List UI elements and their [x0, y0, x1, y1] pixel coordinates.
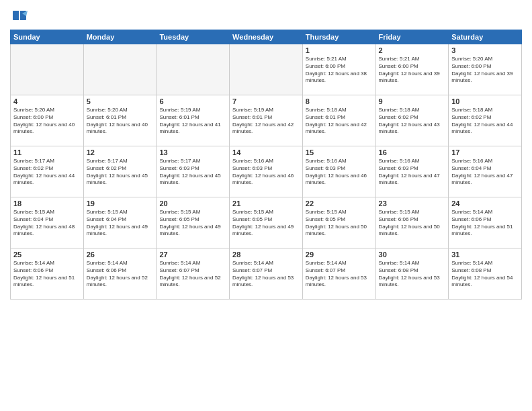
day-info: Sunrise: 5:15 AMSunset: 6:05 PMDaylight:…	[159, 209, 226, 238]
day-number: 7	[232, 97, 300, 105]
calendar-cell: 15Sunrise: 5:16 AMSunset: 6:03 PMDayligh…	[302, 146, 375, 197]
day-info: Sunrise: 5:20 AMSunset: 6:00 PMDaylight:…	[13, 107, 81, 136]
day-info: Sunrise: 5:16 AMSunset: 6:03 PMDaylight:…	[379, 158, 446, 187]
calendar-cell: 24Sunrise: 5:14 AMSunset: 6:06 PMDayligh…	[449, 197, 522, 248]
calendar-cell: 25Sunrise: 5:14 AMSunset: 6:06 PMDayligh…	[11, 248, 84, 300]
day-info: Sunrise: 5:21 AMSunset: 6:00 PMDaylight:…	[379, 56, 446, 85]
calendar-cell	[83, 44, 157, 95]
day-info: Sunrise: 5:15 AMSunset: 6:04 PMDaylight:…	[13, 209, 81, 238]
day-number: 17	[451, 148, 519, 156]
calendar-cell: 1Sunrise: 5:21 AMSunset: 6:00 PMDaylight…	[302, 44, 375, 95]
day-number: 28	[232, 250, 300, 259]
day-number: 1	[306, 46, 373, 54]
calendar-cell: 29Sunrise: 5:14 AMSunset: 6:07 PMDayligh…	[302, 248, 375, 300]
calendar-cell: 18Sunrise: 5:15 AMSunset: 6:04 PMDayligh…	[11, 197, 84, 248]
calendar-cell: 8Sunrise: 5:18 AMSunset: 6:01 PMDaylight…	[302, 95, 375, 146]
day-number: 18	[13, 199, 81, 208]
calendar-week-5: 25Sunrise: 5:14 AMSunset: 6:06 PMDayligh…	[11, 248, 522, 300]
calendar-header-sunday: Sunday	[11, 30, 84, 44]
day-info: Sunrise: 5:16 AMSunset: 6:04 PMDaylight:…	[451, 158, 519, 187]
day-info: Sunrise: 5:18 AMSunset: 6:02 PMDaylight:…	[379, 107, 446, 136]
calendar-cell: 7Sunrise: 5:19 AMSunset: 6:01 PMDaylight…	[230, 95, 303, 146]
day-number: 5	[87, 97, 154, 105]
calendar-cell: 11Sunrise: 5:17 AMSunset: 6:02 PMDayligh…	[11, 146, 84, 197]
day-number: 9	[379, 97, 446, 105]
day-number: 2	[379, 46, 446, 54]
day-info: Sunrise: 5:21 AMSunset: 6:00 PMDaylight:…	[306, 56, 373, 85]
calendar-cell: 5Sunrise: 5:20 AMSunset: 6:01 PMDaylight…	[83, 95, 157, 146]
day-info: Sunrise: 5:16 AMSunset: 6:03 PMDaylight:…	[306, 158, 373, 187]
calendar-header-wednesday: Wednesday	[230, 30, 303, 44]
calendar-header-row: SundayMondayTuesdayWednesdayThursdayFrid…	[11, 30, 522, 44]
calendar-cell: 28Sunrise: 5:14 AMSunset: 6:07 PMDayligh…	[230, 248, 303, 300]
day-info: Sunrise: 5:15 AMSunset: 6:06 PMDaylight:…	[379, 209, 446, 238]
day-info: Sunrise: 5:17 AMSunset: 6:03 PMDaylight:…	[159, 158, 226, 187]
day-info: Sunrise: 5:14 AMSunset: 6:06 PMDaylight:…	[13, 260, 81, 289]
day-number: 15	[306, 148, 373, 156]
calendar-week-2: 4Sunrise: 5:20 AMSunset: 6:00 PMDaylight…	[11, 95, 522, 146]
header	[10, 7, 522, 26]
calendar-cell: 4Sunrise: 5:20 AMSunset: 6:00 PMDaylight…	[11, 95, 84, 146]
day-number: 12	[87, 148, 154, 156]
day-info: Sunrise: 5:19 AMSunset: 6:01 PMDaylight:…	[159, 107, 226, 136]
day-number: 14	[232, 148, 300, 156]
day-info: Sunrise: 5:14 AMSunset: 6:08 PMDaylight:…	[379, 260, 446, 289]
logo	[10, 7, 32, 26]
calendar-cell: 26Sunrise: 5:14 AMSunset: 6:06 PMDayligh…	[83, 248, 157, 300]
day-number: 22	[306, 199, 373, 208]
calendar-cell: 23Sunrise: 5:15 AMSunset: 6:06 PMDayligh…	[375, 197, 449, 248]
calendar-cell: 19Sunrise: 5:15 AMSunset: 6:04 PMDayligh…	[83, 197, 157, 248]
calendar-cell: 10Sunrise: 5:18 AMSunset: 6:02 PMDayligh…	[449, 95, 522, 146]
calendar-cell: 21Sunrise: 5:15 AMSunset: 6:05 PMDayligh…	[230, 197, 303, 248]
calendar-cell	[157, 44, 230, 95]
calendar-week-1: 1Sunrise: 5:21 AMSunset: 6:00 PMDaylight…	[11, 44, 522, 95]
calendar-table: SundayMondayTuesdayWednesdayThursdayFrid…	[10, 30, 522, 300]
day-number: 30	[379, 250, 446, 259]
day-number: 16	[379, 148, 446, 156]
calendar-header-tuesday: Tuesday	[157, 30, 230, 44]
day-info: Sunrise: 5:14 AMSunset: 6:06 PMDaylight:…	[451, 209, 519, 238]
day-info: Sunrise: 5:18 AMSunset: 6:01 PMDaylight:…	[306, 107, 373, 136]
calendar-cell: 16Sunrise: 5:16 AMSunset: 6:03 PMDayligh…	[375, 146, 449, 197]
day-info: Sunrise: 5:15 AMSunset: 6:05 PMDaylight:…	[232, 209, 300, 238]
day-number: 24	[451, 199, 519, 208]
day-info: Sunrise: 5:15 AMSunset: 6:05 PMDaylight:…	[306, 209, 373, 238]
calendar-cell: 3Sunrise: 5:20 AMSunset: 6:00 PMDaylight…	[449, 44, 522, 95]
day-info: Sunrise: 5:17 AMSunset: 6:02 PMDaylight:…	[87, 158, 154, 187]
calendar-cell: 17Sunrise: 5:16 AMSunset: 6:04 PMDayligh…	[449, 146, 522, 197]
day-info: Sunrise: 5:14 AMSunset: 6:07 PMDaylight:…	[306, 260, 373, 289]
day-number: 31	[451, 250, 519, 259]
calendar-header-friday: Friday	[375, 30, 449, 44]
calendar-header-thursday: Thursday	[302, 30, 375, 44]
day-number: 26	[87, 250, 154, 259]
calendar-cell	[230, 44, 303, 95]
day-info: Sunrise: 5:17 AMSunset: 6:02 PMDaylight:…	[13, 158, 81, 187]
day-number: 21	[232, 199, 300, 208]
calendar-cell: 22Sunrise: 5:15 AMSunset: 6:05 PMDayligh…	[302, 197, 375, 248]
page: SundayMondayTuesdayWednesdayThursdayFrid…	[0, 0, 532, 411]
day-number: 8	[306, 97, 373, 105]
day-info: Sunrise: 5:18 AMSunset: 6:02 PMDaylight:…	[451, 107, 519, 136]
day-info: Sunrise: 5:19 AMSunset: 6:01 PMDaylight:…	[232, 107, 300, 136]
day-number: 29	[306, 250, 373, 259]
day-info: Sunrise: 5:14 AMSunset: 6:07 PMDaylight:…	[159, 260, 226, 289]
day-number: 23	[379, 199, 446, 208]
calendar-cell: 6Sunrise: 5:19 AMSunset: 6:01 PMDaylight…	[157, 95, 230, 146]
calendar-cell: 12Sunrise: 5:17 AMSunset: 6:02 PMDayligh…	[83, 146, 157, 197]
calendar-cell: 31Sunrise: 5:14 AMSunset: 6:08 PMDayligh…	[449, 248, 522, 300]
calendar-cell: 27Sunrise: 5:14 AMSunset: 6:07 PMDayligh…	[157, 248, 230, 300]
day-number: 4	[13, 97, 81, 105]
day-number: 10	[451, 97, 519, 105]
calendar-cell: 9Sunrise: 5:18 AMSunset: 6:02 PMDaylight…	[375, 95, 449, 146]
day-number: 3	[451, 46, 519, 54]
day-info: Sunrise: 5:20 AMSunset: 6:01 PMDaylight:…	[87, 107, 154, 136]
calendar-cell: 2Sunrise: 5:21 AMSunset: 6:00 PMDaylight…	[375, 44, 449, 95]
logo-icon	[10, 7, 29, 26]
day-number: 13	[159, 148, 226, 156]
calendar-header-saturday: Saturday	[449, 30, 522, 44]
calendar-cell: 14Sunrise: 5:16 AMSunset: 6:03 PMDayligh…	[230, 146, 303, 197]
calendar-cell: 20Sunrise: 5:15 AMSunset: 6:05 PMDayligh…	[157, 197, 230, 248]
svg-rect-1	[13, 11, 19, 20]
day-info: Sunrise: 5:14 AMSunset: 6:08 PMDaylight:…	[451, 260, 519, 289]
calendar-header-monday: Monday	[83, 30, 157, 44]
